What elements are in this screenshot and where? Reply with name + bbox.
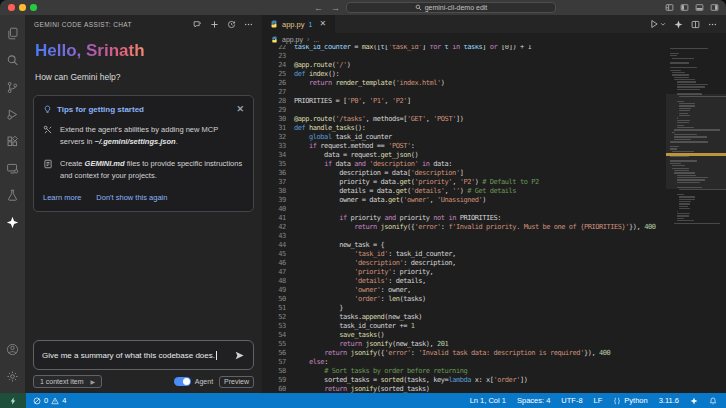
code-line: 35 if data and 'description' in data: [262,160,726,169]
forward-icon[interactable]: → [331,3,340,13]
command-center-label: gemini-cli-demo edit [425,4,488,11]
agent-mode-toggle[interactable] [174,377,191,386]
tools-icon [43,125,53,135]
python-file-icon [271,36,278,43]
more-actions-icon[interactable] [244,20,253,29]
close-tips-icon[interactable]: ✕ [236,105,244,114]
explorer-icon[interactable] [0,20,25,47]
history-icon[interactable] [227,20,236,29]
code-line: 33 if request.method == 'POST': [262,142,726,151]
code-line: 43 [262,232,726,241]
code-line: 37 priority = data.get('priority', 'P2')… [262,178,726,187]
toggle-panel-icon[interactable] [695,3,704,12]
search-sidebar-icon[interactable] [0,47,25,74]
python-version-status[interactable]: 3.11.6 [659,396,679,405]
accounts-icon[interactable] [0,336,25,363]
eol-status[interactable]: LF [594,396,603,405]
learn-more-link[interactable]: Learn more [43,193,81,202]
more-actions-icon[interactable] [708,20,717,29]
code-line: 41 if priority and priority not in PRIOR… [262,214,726,223]
code-line: 59 sorted_tasks = sorted(tasks, key=lamb… [262,376,726,385]
tab-bar: app.py 1 ✕ [262,15,726,33]
minimap[interactable] [666,45,726,393]
preview-badge: Preview [219,376,254,388]
tab-badge: 1 [309,21,313,28]
settings-gear-icon[interactable] [0,363,25,390]
code-line: 56 return jsonify({'error': 'Invalid tas… [262,349,726,358]
new-chat-icon[interactable] [210,20,219,29]
chevron-down-icon [660,21,666,27]
minimize-window-button[interactable] [19,4,26,11]
tip-item-mcp: Extend the agent's abilities by adding n… [43,124,244,148]
breadcrumb-symbol: ... [313,36,319,43]
code-line: 55 return jsonify(new_task), 201 [262,340,726,349]
chat-input[interactable]: Give me a summary of what this codebase … [33,340,254,370]
notifications-bell-icon[interactable] [709,397,717,405]
tips-title: Tips for getting started [57,105,144,114]
tab-label: app.py [282,20,305,29]
agent-toggle-label: Agent [195,378,213,385]
minimap-highlight [666,153,726,156]
code-line: 25def index(): [262,70,726,79]
code-line: 32 global task_id_counter [262,133,726,142]
text-cursor [216,351,217,360]
feedback-icon[interactable] [193,20,202,29]
status-bar: 0 4 Ln 1, Col 1 Spaces: 4 UTF-8 LF Pytho… [0,393,726,408]
toggle-secondary-sidebar-icon[interactable] [710,3,719,12]
code-line: 38 details = data.get('details', '') # G… [262,187,726,196]
activity-bar [0,15,25,393]
code-lines: 22task_id_counter = max([t['task_id'] fo… [262,45,726,393]
gemini-sparkle-icon[interactable] [674,20,683,29]
source-control-icon[interactable] [0,74,25,101]
code-line: 26 return render_template('index.html') [262,79,726,88]
code-editor[interactable]: 22task_id_counter = max([t['task_id'] fo… [262,45,726,393]
customize-layout-icon[interactable] [665,3,674,12]
search-icon [415,4,422,11]
warning-count: 4 [62,396,66,405]
close-window-button[interactable] [8,4,15,11]
code-line: 44 new_task = { [262,241,726,250]
indentation-status[interactable]: Spaces: 4 [517,396,550,405]
gemini-code-assist-icon[interactable] [0,209,25,236]
tip-text: Create GEMINI.md files to provide specif… [60,158,244,182]
dont-show-again-link[interactable]: Don't show this again [96,193,167,202]
code-line: 39 owner = data.get('owner', 'Unassigned… [262,196,726,205]
extensions-icon[interactable] [0,128,25,155]
remote-indicator[interactable] [0,393,26,408]
maximize-window-button[interactable] [30,4,37,11]
tab-app-py[interactable]: app.py 1 ✕ [262,15,335,33]
command-center-search[interactable]: gemini-cli-demo edit [346,2,556,13]
tip-text: Extend the agent's abilities by adding n… [60,124,244,148]
history-nav: ← → [314,0,340,15]
greeting-title: Hello, Srinath [35,41,145,61]
back-icon[interactable]: ← [314,3,323,13]
run-debug-icon[interactable] [0,101,25,128]
run-icon [649,19,659,29]
code-line: 48 'details': details, [262,277,726,286]
layout-controls [665,0,719,15]
code-line: 53 task_id_counter += 1 [262,322,726,331]
remote-explorer-icon[interactable] [0,155,25,182]
language-mode-status[interactable]: Python [613,396,647,405]
chat-panel-title: GEMINI CODE ASSIST: CHAT [34,21,132,28]
lightning-icon [9,397,17,405]
code-line: 54 save_tasks() [262,331,726,340]
testing-icon[interactable] [0,182,25,209]
cursor-position-status[interactable]: Ln 1, Col 1 [470,396,506,405]
code-line: 30@app.route('/tasks', methods=['GET', '… [262,115,726,124]
split-editor-icon[interactable] [691,20,700,29]
code-line: 31def handle_tasks(): [262,124,726,133]
gemini-status-icon[interactable] [690,397,698,405]
code-line: 28PRIORITIES = ['P0', 'P1', 'P2'] [262,97,726,106]
breadcrumb[interactable]: app.py › ... [262,33,726,45]
close-tab-icon[interactable]: ✕ [319,20,326,28]
send-icon[interactable] [234,350,245,361]
run-python-file-button[interactable] [649,19,666,29]
context-items-button[interactable]: 1 context item ▶ [33,375,102,388]
problems-status[interactable]: 0 4 [26,396,73,405]
title-bar: ← → gemini-cli-demo edit [0,0,726,15]
toggle-primary-sidebar-icon[interactable] [680,3,689,12]
minimap-viewport [666,94,726,189]
encoding-status[interactable]: UTF-8 [561,396,582,405]
breadcrumb-separator: › [307,36,309,43]
